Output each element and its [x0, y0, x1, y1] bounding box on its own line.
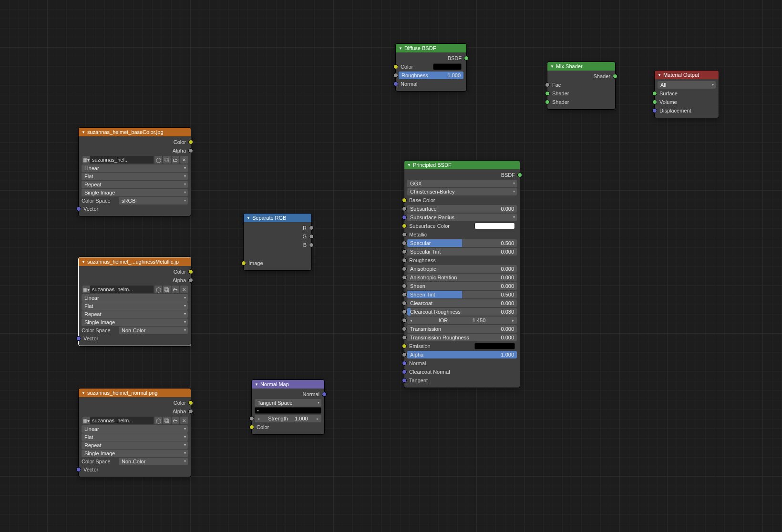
interpolation-dropdown[interactable]: Linear	[82, 294, 188, 302]
image-name-field[interactable]: suzannas_hel...	[90, 156, 154, 164]
socket-in[interactable]	[402, 361, 407, 366]
unlink-icon[interactable]: ✕	[180, 156, 188, 164]
input-subsurface[interactable]: Subsurface0.000	[404, 205, 520, 213]
input-roughness[interactable]: Roughness	[404, 256, 520, 265]
socket-in[interactable]	[402, 215, 407, 220]
node-principled-bsdf[interactable]: ▼Principled BSDF BSDF GGX Christensen-Bu…	[404, 161, 520, 388]
socket-in[interactable]	[402, 258, 407, 263]
input-specular[interactable]: Specular0.500	[404, 239, 520, 247]
socket-in[interactable]	[402, 241, 407, 246]
socket-in-vector[interactable]	[76, 336, 81, 341]
projection-dropdown[interactable]: Flat	[82, 302, 188, 310]
socket-in-normal[interactable]	[393, 82, 398, 86]
node-normal-map[interactable]: ▼Normal Map Normal Tangent Space • Stren…	[252, 380, 324, 434]
input-metallic[interactable]: Metallic	[404, 230, 520, 239]
value-field[interactable]: Specular Tint0.000	[407, 248, 517, 256]
source-dropdown[interactable]: Single Image	[82, 189, 188, 196]
value-field[interactable]: Specular0.500	[407, 239, 517, 247]
socket-out-b[interactable]	[309, 243, 314, 247]
image-browse-icon[interactable]: ▦▾	[82, 156, 90, 164]
node-header[interactable]: ▼suzannas_helmet_...ughnessMetallic.jp	[79, 257, 191, 266]
roughness-slider[interactable]: Roughness1.000	[399, 72, 463, 79]
input-anisotropic-rotation[interactable]: Anisotropic Rotation0.000	[404, 273, 520, 282]
colorspace-dropdown[interactable]: Non-Color	[119, 327, 188, 334]
node-mix-shader[interactable]: ▼Mix Shader Shader Fac Shader Shader	[547, 62, 615, 109]
node-image-texture-roughmetal[interactable]: ▼suzannas_helmet_...ughnessMetallic.jp C…	[79, 257, 191, 346]
distribution-dropdown[interactable]: GGX	[407, 180, 517, 187]
open-icon[interactable]: 🗁	[172, 417, 179, 424]
input-sheen-tint[interactable]: Sheen Tint0.500	[404, 290, 520, 299]
socket-in[interactable]	[402, 249, 407, 254]
socket-in[interactable]	[402, 344, 407, 348]
color-swatch[interactable]	[474, 223, 515, 229]
socket-out-r[interactable]	[309, 225, 314, 230]
duplicate-icon[interactable]: ⿻	[163, 417, 171, 424]
socket-out-normal[interactable]	[322, 392, 327, 397]
socket-in[interactable]	[402, 284, 407, 288]
source-dropdown[interactable]: Single Image	[82, 318, 188, 326]
unlink-icon[interactable]: ✕	[180, 286, 188, 293]
node-diffuse-bsdf[interactable]: ▼Diffuse BSDF BSDF Color Roughness1.000 …	[396, 44, 466, 91]
uv-map-field[interactable]: •	[255, 407, 321, 414]
space-dropdown[interactable]: Tangent Space	[255, 399, 321, 407]
socket-in-strength[interactable]	[249, 416, 254, 421]
input-anisotropic[interactable]: Anisotropic0.000	[404, 265, 520, 273]
input-ior[interactable]: IOR1.450	[404, 316, 520, 325]
socket-in[interactable]	[402, 232, 407, 237]
value-field[interactable]: Transmission Roughness0.000	[407, 334, 517, 341]
socket-out-shader[interactable]	[613, 74, 617, 79]
input-clearcoat-normal[interactable]: Clearcoat Normal	[404, 368, 520, 376]
node-image-texture-normal[interactable]: ▼suzannas_helmet_normal.png Color Alpha …	[79, 389, 191, 477]
image-browse-icon[interactable]: ▦▾	[82, 417, 90, 424]
input-subsurface-radius[interactable]: Subsurface Radius	[404, 213, 520, 222]
socket-in-roughness[interactable]	[393, 73, 398, 78]
value-field[interactable]: Transmission0.000	[407, 325, 517, 333]
colorspace-dropdown[interactable]: Non-Color	[119, 458, 188, 465]
input-alpha[interactable]: Alpha1.000	[404, 350, 520, 359]
value-field[interactable]: Clearcoat Roughness0.030	[407, 308, 517, 316]
input-tangent[interactable]: Tangent	[404, 376, 520, 385]
open-icon[interactable]: 🗁	[172, 286, 179, 293]
socket-in[interactable]	[402, 224, 407, 228]
strength-field[interactable]: Strength1.000	[255, 415, 321, 422]
fake-user-icon[interactable]: ◯	[154, 286, 162, 293]
input-emission[interactable]: Emission	[404, 342, 520, 350]
duplicate-icon[interactable]: ⿻	[163, 286, 171, 293]
output-alpha[interactable]: Alpha	[79, 146, 191, 155]
value-field[interactable]: Sheen Tint0.500	[407, 291, 517, 298]
socket-in[interactable]	[402, 352, 407, 357]
node-material-output[interactable]: ▼Material Output All Surface Volume Disp…	[655, 71, 719, 118]
input-transmission-roughness[interactable]: Transmission Roughness0.000	[404, 333, 520, 342]
socket-in-displacement[interactable]	[652, 108, 657, 113]
node-header[interactable]: ▼ suzannas_helmet_baseColor.jpg	[79, 128, 191, 136]
input-transmission[interactable]: Transmission0.000	[404, 325, 520, 333]
socket-in-shader-1[interactable]	[545, 91, 550, 96]
socket-in-color[interactable]	[393, 64, 398, 69]
socket-out-g[interactable]	[309, 234, 314, 239]
projection-dropdown[interactable]: Flat	[82, 173, 188, 180]
socket-in[interactable]	[402, 292, 407, 297]
socket-in[interactable]	[402, 198, 407, 203]
socket-in[interactable]	[402, 369, 407, 374]
node-image-texture-basecolor[interactable]: ▼ suzannas_helmet_baseColor.jpg Color Al…	[79, 128, 191, 216]
socket-in[interactable]	[402, 206, 407, 211]
value-field[interactable]: IOR1.450	[407, 317, 517, 324]
socket-out-alpha[interactable]	[188, 148, 193, 153]
extension-dropdown[interactable]: Repeat	[82, 181, 188, 188]
socket-in-shader-2[interactable]	[545, 100, 550, 104]
socket-in-surface[interactable]	[652, 91, 657, 96]
socket-in-volume[interactable]	[652, 100, 657, 104]
socket-in[interactable]	[402, 378, 407, 383]
extension-dropdown[interactable]: Repeat	[82, 310, 188, 318]
socket-in[interactable]	[402, 266, 407, 271]
socket-in[interactable]	[402, 335, 407, 340]
color-swatch[interactable]	[474, 343, 515, 349]
image-name-field[interactable]: suzannas_helm...	[90, 286, 154, 293]
input-clearcoat-roughness[interactable]: Clearcoat Roughness0.030	[404, 307, 520, 316]
socket-out-color[interactable]	[188, 269, 193, 274]
socket-in[interactable]	[402, 275, 407, 280]
input-normal[interactable]: Normal	[404, 359, 520, 368]
socket-in[interactable]	[402, 318, 407, 323]
image-browse-icon[interactable]: ▦▾	[82, 286, 90, 293]
socket-in[interactable]	[402, 327, 407, 331]
